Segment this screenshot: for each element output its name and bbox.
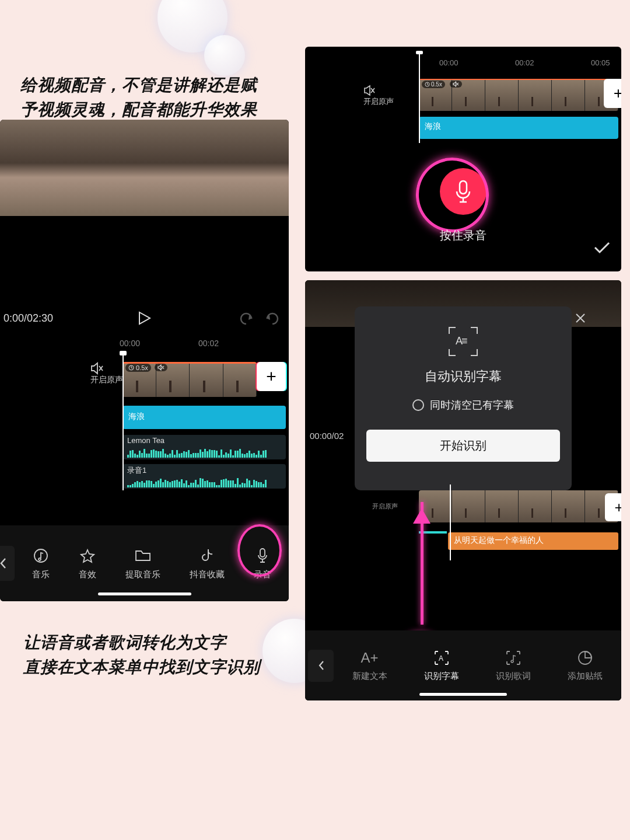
- tool-sticker[interactable]: 添加贴纸: [568, 650, 603, 682]
- editor-panel-record: 00:00 00:02 00:05 开启原声 0.5x + 海浪 按住录音: [305, 47, 621, 271]
- clip-speed-badge[interactable]: 0.5x: [422, 81, 445, 88]
- back-button[interactable]: [0, 546, 15, 581]
- home-indicator: [419, 693, 507, 696]
- video-clip[interactable]: [419, 79, 618, 111]
- toggle-label: 开启原声: [363, 96, 394, 107]
- tool-music[interactable]: 音乐: [32, 547, 50, 580]
- caption-line: 予视频灵魂，配音都能升华效果: [20, 97, 257, 122]
- video-clip[interactable]: [419, 490, 618, 522]
- speaker-muted-icon: [90, 362, 123, 375]
- timeline-tick: 00:00: [439, 58, 459, 67]
- redo-button[interactable]: [265, 312, 280, 325]
- tool-label: 录音: [254, 569, 271, 580]
- caption-top: 给视频配音，不管是讲解还是赋 予视频灵魂，配音都能升华效果: [20, 73, 257, 122]
- tool-recognize-subtitle[interactable]: A 识别字幕: [424, 650, 459, 682]
- original-sound-toggle[interactable]: 开启原声: [372, 502, 398, 511]
- tool-label: 添加贴纸: [568, 671, 603, 682]
- audio-toolbar: 音乐 音效 提取音乐 抖音收藏 录音: [0, 525, 289, 601]
- bubble-decoration: [204, 35, 245, 76]
- auto-subtitle-icon: A≡: [449, 327, 478, 356]
- timeline-tick: 00:05: [591, 58, 610, 67]
- tool-record[interactable]: 录音: [254, 547, 271, 580]
- subtitle-recognition-dialog: A≡ 自动识别字幕 同时清空已有字幕 开始识别: [355, 306, 572, 490]
- audio-track-sfx[interactable]: 海浪: [419, 117, 618, 139]
- confirm-button[interactable]: [593, 241, 611, 254]
- svg-rect-2: [260, 549, 265, 557]
- music-note-icon: [33, 547, 48, 564]
- editor-panel-subtitle: A≡ 自动识别字幕 同时清空已有字幕 开始识别 00:00/02 开启原声 + …: [305, 280, 621, 700]
- preview-video[interactable]: [0, 120, 289, 216]
- time-display: 00:00/02: [310, 431, 344, 441]
- editor-panel-audio: 0:00/02:30 00:00 00:02 开启原声 0.5x + 海浪 Le…: [0, 120, 289, 601]
- add-clip-button[interactable]: +: [257, 362, 286, 391]
- back-button[interactable]: [308, 650, 334, 682]
- playhead[interactable]: [450, 485, 451, 560]
- tool-extract-music[interactable]: 提取音乐: [125, 547, 160, 580]
- audio-track-recording[interactable]: 录音1: [123, 464, 286, 489]
- tool-label: 音乐: [32, 569, 50, 580]
- tool-label: 识别歌词: [496, 671, 531, 682]
- option-label: 同时清空已有字幕: [430, 398, 514, 412]
- tool-label: 抖音收藏: [190, 569, 225, 580]
- original-sound-toggle[interactable]: 开启原声: [90, 362, 123, 385]
- text-add-icon: A+: [361, 650, 379, 666]
- douyin-icon: [201, 547, 214, 564]
- preview-letterbox: [0, 216, 289, 292]
- timeline-tick: 00:02: [198, 339, 219, 348]
- caption-line: 让语音或者歌词转化为文字: [23, 630, 260, 655]
- waveform: [127, 449, 281, 458]
- auto-subtitle-icon: A: [433, 650, 450, 666]
- clip-mute-badge[interactable]: [155, 364, 167, 371]
- text-toolbar: A+ 新建文本 A 识别字幕 识别歌词 添加贴纸: [305, 630, 621, 700]
- tool-label: 音效: [79, 569, 96, 580]
- tool-label: 新建文本: [352, 671, 387, 682]
- toggle-label: 开启原声: [90, 375, 123, 385]
- audio-track-music[interactable]: Lemon Tea: [123, 435, 286, 459]
- microphone-icon: [257, 547, 268, 564]
- tool-label: 识别字幕: [424, 671, 459, 682]
- svg-rect-4: [460, 181, 467, 194]
- caption-line: 给视频配音，不管是讲解还是赋: [20, 73, 257, 97]
- caption-bottom: 让语音或者歌词转化为文字 直接在文本菜单中找到文字识别: [23, 630, 260, 679]
- clear-existing-option[interactable]: 同时清空已有字幕: [355, 398, 572, 412]
- sticker-icon: [578, 650, 593, 666]
- tool-label: 提取音乐: [125, 569, 160, 580]
- undo-button[interactable]: [239, 312, 254, 325]
- record-hint: 按住录音: [305, 228, 621, 243]
- radio-unchecked-icon: [412, 399, 424, 411]
- lyrics-icon: [505, 650, 522, 666]
- start-recognition-button[interactable]: 开始识别: [366, 430, 560, 462]
- playhead[interactable]: [123, 353, 124, 490]
- tool-recognize-lyrics[interactable]: 识别歌词: [496, 650, 531, 682]
- tool-douyin-favorites[interactable]: 抖音收藏: [190, 547, 225, 580]
- audio-track-sfx[interactable]: 海浪: [123, 406, 286, 429]
- tool-sfx[interactable]: 音效: [79, 547, 96, 580]
- caption-line: 直接在文本菜单中找到文字识别: [23, 655, 260, 679]
- time-display: 0:00/02:30: [4, 312, 53, 325]
- original-sound-toggle[interactable]: 开启原声: [363, 85, 394, 107]
- waveform: [127, 478, 281, 487]
- clip-mute-badge[interactable]: [450, 81, 462, 88]
- record-button[interactable]: [440, 168, 487, 215]
- subtitle-clip[interactable]: 从明天起做一个幸福的人: [448, 532, 618, 550]
- highlight-arrow: [421, 502, 424, 625]
- speaker-muted-icon: [363, 85, 394, 96]
- folder-icon: [135, 547, 151, 564]
- svg-text:A: A: [439, 654, 443, 663]
- playhead[interactable]: [419, 53, 420, 143]
- timeline-tick: 00:00: [120, 339, 140, 348]
- playback-controls: 0:00/02:30: [0, 304, 289, 333]
- add-clip-button[interactable]: +: [605, 493, 621, 521]
- play-button[interactable]: [138, 311, 151, 325]
- microphone-icon: [453, 179, 473, 204]
- timeline-tick: 00:02: [515, 58, 534, 67]
- tool-new-text[interactable]: A+ 新建文本: [352, 650, 387, 682]
- star-icon: [80, 547, 95, 564]
- dialog-title: 自动识别字幕: [355, 368, 572, 385]
- home-indicator: [98, 592, 191, 595]
- add-clip-button[interactable]: +: [604, 79, 621, 108]
- close-button[interactable]: [575, 312, 586, 324]
- clip-speed-badge[interactable]: 0.5x: [125, 364, 151, 372]
